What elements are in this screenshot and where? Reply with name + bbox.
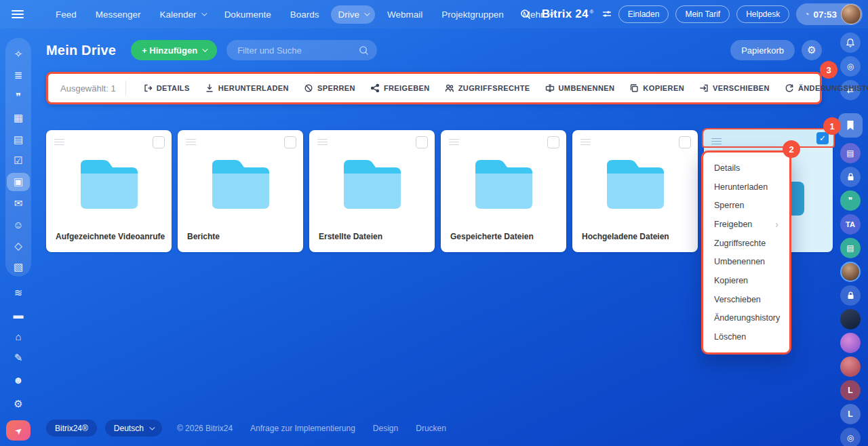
nav-feed[interactable]: Feed	[49, 5, 83, 24]
copilot-spiral-icon-bottom[interactable]: ◎	[840, 428, 861, 446]
menu-item-sperren[interactable]: Sperren	[703, 196, 789, 215]
avatar-penguins[interactable]	[840, 309, 861, 329]
print-link[interactable]: Drucken	[416, 424, 446, 433]
sign-doc-icon[interactable]: ✎	[7, 348, 30, 367]
avatar-contact-2[interactable]	[840, 357, 861, 377]
menu-item-verschieben[interactable]: Verschieben	[703, 290, 789, 309]
card-checkbox[interactable]	[284, 136, 296, 148]
card-menu-icon[interactable]	[54, 137, 64, 147]
group-chat-icon[interactable]: ❞	[840, 190, 861, 211]
folder-card-erstellte[interactable]: Erstellte Dateien	[309, 130, 435, 252]
copy-icon	[629, 83, 639, 93]
access-rights-button[interactable]: ZUGRIFFSRECHTE	[445, 83, 530, 93]
move-button[interactable]: VERSCHIEBEN	[699, 83, 770, 93]
mail-icon[interactable]: ✉	[7, 194, 30, 212]
settings-gear-icon[interactable]: ⚙	[7, 394, 30, 413]
drive-icon[interactable]: ▣	[7, 173, 30, 191]
implementation-request-link[interactable]: Anfrage zur Implementierung	[250, 424, 355, 433]
menu-item-zugriffsrechte[interactable]: Zugriffsrechte	[703, 234, 789, 253]
download-button[interactable]: HERUNTERLADEN	[205, 83, 289, 93]
gear-icon[interactable]: ⚙	[802, 40, 822, 60]
language-select[interactable]: Deutsch	[105, 420, 162, 437]
esign-icon[interactable]: ▬	[7, 305, 30, 324]
card-checkbox[interactable]	[547, 136, 559, 148]
card-checkbox[interactable]	[416, 136, 428, 148]
folder-card-videoanrufe[interactable]: Aufgezeichnete Videoanrufe	[46, 130, 172, 252]
card-menu-icon[interactable]	[449, 137, 459, 147]
trash-button[interactable]: Papierkorb	[730, 40, 795, 60]
bitrix24-logo[interactable]: Bitrix 24®	[542, 7, 594, 21]
rename-icon	[545, 83, 555, 93]
card-menu-icon[interactable]	[580, 137, 591, 147]
nav-projektgruppen[interactable]: Projektgruppen	[435, 5, 511, 24]
menu-item-umbenennen[interactable]: Umbenennen	[703, 252, 789, 271]
folder-card-hochgeladene[interactable]: Hochgeladene Dateien	[572, 130, 698, 252]
sites-icon[interactable]: ≋	[7, 283, 30, 302]
avatar-heart[interactable]	[840, 333, 861, 353]
copy-button[interactable]: KOPIEREN	[629, 83, 684, 93]
card-menu-icon[interactable]	[186, 137, 196, 147]
helpdesk-button[interactable]: Helpdesk	[736, 5, 789, 23]
card-checkbox[interactable]	[153, 136, 165, 148]
sliders-icon[interactable]	[602, 9, 612, 20]
news-chat-icon[interactable]: ▤	[840, 238, 861, 258]
annotation-badge-1: 1	[823, 117, 841, 135]
avatar-l-red[interactable]: L	[840, 380, 861, 401]
avatar-l-gray[interactable]: L	[840, 404, 861, 424]
design-link[interactable]: Design	[373, 424, 398, 433]
menu-hamburger-icon[interactable]	[0, 8, 35, 20]
user-avatar[interactable]	[841, 4, 861, 24]
folder-card-gespeicherte[interactable]: Gespeicherte Dateien	[441, 130, 566, 252]
bookmark-icon[interactable]	[838, 113, 863, 138]
feed-icon[interactable]: ≣	[7, 66, 30, 84]
card-checkbox[interactable]	[679, 136, 691, 148]
folder-card-berichte[interactable]: Berichte	[178, 130, 303, 252]
worktime-widget[interactable]: ◔ 07:53	[796, 3, 863, 25]
menu-item-freigeben[interactable]: Freigeben›	[703, 215, 789, 234]
nav-kalender[interactable]: Kalender	[153, 5, 212, 24]
team-icon[interactable]: ☺	[7, 216, 30, 234]
messenger-icon[interactable]: ❞	[7, 87, 30, 106]
ai-icon[interactable]: ☻	[7, 370, 30, 389]
nav-drive[interactable]: Drive	[331, 5, 375, 24]
menu-item-aenderungshistory[interactable]: Änderungshistory	[703, 309, 789, 328]
calendar-icon[interactable]: ▦	[7, 108, 30, 127]
menu-item-herunterladen[interactable]: Herunterladen	[703, 178, 789, 197]
block-button[interactable]: SPERREN	[304, 83, 355, 93]
my-plan-button[interactable]: Mein Tarif	[675, 5, 730, 23]
add-button[interactable]: + Hinzufügen	[131, 40, 217, 60]
lock-chat-icon-2[interactable]	[840, 285, 861, 306]
card-menu-icon[interactable]	[711, 136, 722, 146]
warehouse-icon[interactable]: ⌂	[7, 327, 30, 346]
footer-brand-button[interactable]: Bitrix24®	[46, 420, 97, 437]
nav-webmail[interactable]: Webmail	[380, 5, 429, 24]
notifications-bell-icon[interactable]	[840, 33, 861, 53]
lock-chat-icon[interactable]	[840, 167, 861, 187]
idcard-chat-icon[interactable]: ▤	[840, 143, 861, 163]
tasks-icon[interactable]: ☑	[7, 151, 30, 169]
menu-item-loeschen[interactable]: Löschen	[703, 327, 789, 346]
avatar-ta[interactable]: TA	[840, 214, 861, 235]
rocket-icon[interactable]: ➤	[6, 420, 31, 441]
search-icon[interactable]	[516, 5, 535, 24]
menu-item-kopieren[interactable]: Kopieren	[703, 271, 789, 290]
copilot-spiral-icon[interactable]: ◎	[840, 56, 861, 77]
nav-dokumente[interactable]: Dokumente	[218, 5, 278, 24]
invite-button[interactable]: Einladen	[618, 5, 669, 23]
search-input[interactable]	[226, 40, 377, 60]
marketing-icon[interactable]: ▧	[7, 258, 30, 277]
details-button[interactable]: DETAILS	[143, 83, 190, 93]
menu-item-details[interactable]: Details	[703, 159, 789, 178]
rename-button[interactable]: UMBENENNEN	[545, 83, 615, 93]
avatar-contact-1[interactable]	[840, 262, 861, 282]
history-button[interactable]: ÄNDERUNGSHISTORY	[785, 83, 868, 93]
card-checkbox-checked[interactable]: ✓	[816, 132, 829, 144]
copilot-icon[interactable]: ✧	[7, 45, 30, 63]
copyright-link[interactable]: © 2026 Bitrix24	[177, 424, 233, 433]
card-menu-icon[interactable]	[317, 137, 328, 147]
share-button[interactable]: FREIGEBEN	[370, 83, 430, 93]
documents-icon[interactable]: ▤	[7, 130, 30, 148]
nav-messenger[interactable]: Messenger	[89, 5, 148, 24]
nav-boards[interactable]: Boards	[283, 5, 326, 24]
crm-icon[interactable]: ◇	[7, 237, 30, 255]
